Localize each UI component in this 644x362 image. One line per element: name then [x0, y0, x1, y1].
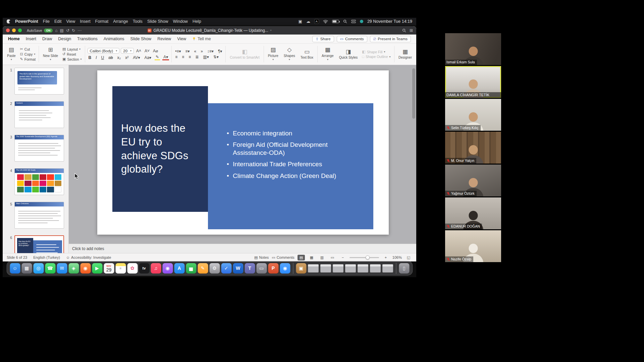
title-chevron-down-icon[interactable]: ▾	[270, 29, 272, 32]
participant-tile-active-speaker[interactable]: DAMLA CİHANGİR TETİK	[445, 66, 501, 98]
zoom-window-button[interactable]	[18, 28, 22, 32]
trash-icon[interactable]: ▯	[399, 263, 409, 274]
slide-6-canvas[interactable]: How does the EU try to achieve SDGs glob…	[97, 70, 389, 235]
thumbnail-preview[interactable]: Content	[14, 101, 64, 128]
shape-outline-button[interactable]: □Shape Outline▾	[361, 55, 391, 59]
bullets-button[interactable]: •≡▾	[174, 49, 182, 54]
share-button[interactable]: ⇧Share	[312, 36, 334, 42]
line-spacing-button[interactable]: ↕≡▾	[206, 49, 215, 54]
quick-styles-button[interactable]: ◨Quick Styles	[337, 45, 360, 64]
pencil-app-icon[interactable]: ✎	[198, 263, 208, 274]
system-settings-icon[interactable]: ⚙	[209, 263, 220, 274]
photos-icon[interactable]: ✿	[127, 263, 138, 274]
app-store-icon[interactable]: A	[174, 263, 184, 274]
thumbnail-preview[interactable]: How does the EU try to achieve SDGs glob…	[14, 235, 64, 253]
messages-icon[interactable]: ☎	[45, 263, 55, 274]
minimized-window-thumbnail[interactable]	[370, 264, 381, 273]
home-icon[interactable]: ⌂	[55, 28, 57, 33]
spotlight-search-icon[interactable]	[343, 19, 347, 23]
thumbnail-slide-2[interactable]: 2 Content	[7, 101, 68, 128]
tab-home[interactable]: Home	[8, 37, 20, 41]
more-commands-icon[interactable]: ⋯	[77, 28, 82, 33]
notes-pane[interactable]: Click to add notes	[69, 244, 416, 253]
slide-title-shape[interactable]: How does the EU try to achieve SDGs glob…	[112, 86, 208, 212]
slide-sorter-view-button[interactable]: ▦	[308, 255, 315, 260]
thumbnail-preview[interactable]: The EU's role in the governance of globa…	[14, 68, 64, 95]
screen-mirroring-icon[interactable]: ▣	[299, 19, 302, 24]
zoom-slider-thumb[interactable]	[366, 255, 370, 259]
cloud-icon[interactable]: ☁	[306, 19, 310, 24]
decrease-font-button[interactable]: A˅	[144, 49, 151, 53]
menu-bar-clock[interactable]: 29 November Tue 14:19	[367, 19, 412, 24]
mail-icon[interactable]: ✉	[57, 263, 67, 274]
underline-button[interactable]: U	[100, 55, 105, 60]
font-name-combo[interactable]: Calibri (Body)▾	[88, 48, 120, 54]
participant-tile[interactable]: Selin Türkeş Kılıç	[445, 99, 501, 131]
input-source-icon[interactable]: A	[314, 19, 319, 24]
notes-toggle[interactable]: ▤Notes	[254, 255, 269, 260]
subscript-button[interactable]: x₂	[116, 55, 122, 60]
zoom-slider[interactable]	[350, 257, 379, 258]
slide-thumbnail-panel[interactable]: 1 The EU's role in the governance of glo…	[3, 65, 69, 253]
redo-icon[interactable]: ↻	[72, 28, 75, 33]
slide-content-shape[interactable]: Economic integration Foreign Aid (Offici…	[208, 103, 373, 229]
section-button[interactable]: ▣Section▾	[62, 57, 82, 61]
convert-to-smartart-button[interactable]: ◧Convert to SmartArt	[228, 45, 261, 64]
comments-toggle[interactable]: ▭Comments	[272, 255, 294, 260]
finder-icon[interactable]: ☺	[10, 263, 20, 274]
align-center-button[interactable]: ≡	[181, 55, 185, 59]
normal-view-button[interactable]: ▤	[298, 255, 305, 260]
tab-draw[interactable]: Draw	[42, 37, 52, 41]
battery-icon[interactable]	[332, 20, 339, 23]
minimized-window-thumbnail[interactable]	[357, 264, 368, 273]
increase-indent-button[interactable]: »	[200, 49, 204, 54]
highlight-color-button[interactable]: ✎	[155, 55, 160, 60]
installer-package-icon[interactable]: ▣	[296, 263, 306, 274]
share-sheet-icon[interactable]: ⊞	[410, 28, 413, 33]
undo-icon[interactable]: ↺	[66, 28, 69, 33]
text-direction-button[interactable]: ¶▾	[217, 49, 223, 54]
menu-edit[interactable]: Edit	[54, 19, 62, 24]
change-case-button[interactable]: Aa▾	[143, 55, 152, 60]
safari-icon[interactable]: ◎	[33, 263, 44, 274]
arrange-button[interactable]: ▩Arrange▾	[320, 45, 335, 64]
designer-button[interactable]: ▦Designer	[397, 45, 414, 64]
decrease-indent-button[interactable]: «	[193, 49, 197, 54]
word-icon[interactable]: W	[233, 263, 243, 274]
increase-font-button[interactable]: A˄	[135, 49, 142, 53]
facetime-icon[interactable]: ▶	[92, 263, 102, 274]
slideshow-view-button[interactable]: ▭	[329, 255, 336, 260]
thumbnail-slide-1[interactable]: 1 The EU's role in the governance of glo…	[7, 68, 68, 95]
present-in-teams-button[interactable]: ⎚Present in Teams	[370, 36, 411, 42]
shape-fill-button[interactable]: ◧Shape Fill▾	[361, 50, 391, 54]
shapes-button[interactable]: ◇Shapes▾	[282, 45, 297, 64]
reading-view-button[interactable]: ▥	[318, 255, 326, 260]
new-slide-button[interactable]: ⊞New Slide▾	[41, 45, 60, 64]
remote-desktop-icon[interactable]: ▭	[256, 263, 267, 274]
character-spacing-button[interactable]: AV▾	[132, 55, 141, 60]
charts-app-icon[interactable]: ▅	[186, 263, 196, 274]
columns-button[interactable]: ▥▾	[202, 55, 210, 59]
menu-app-name[interactable]: PowerPoint	[15, 19, 38, 24]
strikethrough-button[interactable]: ab	[107, 55, 114, 60]
format-painter-button[interactable]: ✎Format	[19, 57, 36, 61]
tell-me-button[interactable]: Tell me	[192, 37, 211, 41]
text-box-button[interactable]: ▭Text Box	[299, 45, 315, 64]
minimized-window-thumbnail[interactable]	[320, 264, 331, 273]
participant-tile[interactable]: Ismail Erkam Sula	[445, 33, 501, 65]
tab-insert[interactable]: Insert	[26, 37, 36, 41]
tab-view[interactable]: View	[177, 37, 186, 41]
save-icon[interactable]: ▤	[60, 28, 64, 33]
autosave-toggle[interactable]: AutoSave ON	[27, 28, 53, 33]
maps-icon[interactable]: ◈	[68, 263, 79, 274]
font-color-button[interactable]: A▾	[162, 55, 169, 60]
search-icon[interactable]	[402, 28, 406, 33]
paste-button[interactable]: ▤Paste▾	[5, 45, 17, 64]
clear-formatting-button[interactable]: A⌀	[152, 49, 159, 53]
participant-tile[interactable]: Yağmur Öztürk	[445, 165, 501, 196]
tab-slide-show[interactable]: Slide Show	[130, 37, 152, 41]
participant-tile[interactable]: Nazife Özalp	[445, 230, 501, 262]
cut-button[interactable]: ✂Cut	[19, 47, 36, 51]
podcasts-icon[interactable]: ◉	[162, 263, 173, 274]
tab-design[interactable]: Design	[58, 37, 71, 41]
